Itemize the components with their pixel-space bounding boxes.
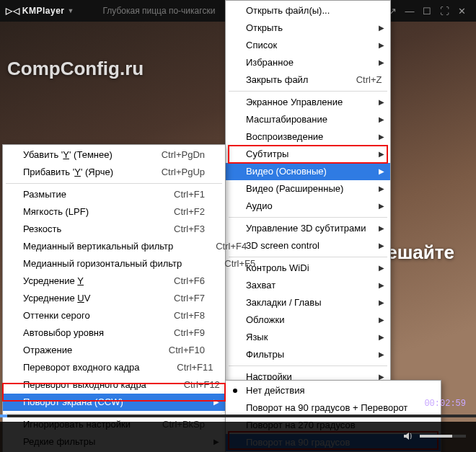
video-basic-item-1[interactable]: Прибавить 'Y' (Ярче)Ctrl+PgUp [3, 164, 225, 181]
main-menu-item-19[interactable]: Закладки / Главы▶ [226, 294, 390, 311]
menu-item-shortcut: Ctrl+F1 [149, 186, 205, 203]
brand-dropdown-icon[interactable]: ▼ [68, 7, 74, 14]
main-menu-item-22[interactable]: Фильтры▶ [226, 346, 390, 363]
submenu-video-basic[interactable]: Убавить 'Y' (Темнее)Ctrl+PgDnПрибавить '… [2, 144, 226, 452]
fullscreen-icon[interactable]: ⛶ [436, 6, 453, 17]
submenu-arrow-icon: ▶ [379, 294, 384, 311]
seek-bar[interactable] [0, 415, 476, 417]
menu-item-label: Открыть файл(ы)... [246, 2, 370, 19]
menu-item-shortcut: Ctrl+F11 [157, 359, 213, 376]
submenu-arrow-icon: ▶ [379, 163, 384, 180]
menu-item-label: Аудио [246, 198, 370, 215]
menu-item-label: Управление 3D субтитрами [246, 220, 370, 237]
main-menu-item-21[interactable]: Язык▶ [226, 329, 390, 346]
video-basic-item-12[interactable]: ОтражениеCtrl+F10 [3, 342, 225, 359]
menu-item-label: Оттенки серого [23, 307, 131, 324]
main-menu-item-4[interactable]: Закрыть файлCtrl+Z [226, 71, 390, 89]
main-menu-item-8[interactable]: Воспроизведение▶ [226, 128, 390, 146]
video-basic-item-6[interactable]: Медианный вертикальный фильтрCtrl+F4 [3, 238, 225, 255]
submenu-arrow-icon: ▶ [379, 19, 384, 37]
main-menu-item-7[interactable]: Масштабирование▶ [226, 111, 390, 128]
minimize-icon[interactable]: — [401, 6, 418, 17]
menu-item-label: Медианный вертикальный фильтр [23, 238, 173, 255]
context-menu-main[interactable]: Открыть файл(ы)...Открыть▶Список▶Избранн… [225, 0, 391, 405]
video-basic-item-8[interactable]: Усреднение YCtrl+F6 [3, 272, 225, 290]
menu-item-label: Мягкость (LPF) [23, 203, 131, 221]
menu-item-shortcut: Ctrl+Z [325, 71, 382, 89]
submenu-arrow-icon: ▶ [379, 94, 384, 111]
main-menu-item-1[interactable]: Открыть▶ [226, 19, 390, 37]
main-menu-item-18[interactable]: Захват▶ [226, 277, 390, 294]
submenu-arrow-icon: ▶ [379, 198, 384, 215]
promo-text: ешайте [387, 241, 454, 264]
restore-icon[interactable]: ☐ [418, 6, 436, 17]
video-basic-item-0[interactable]: Убавить 'Y' (Темнее)Ctrl+PgDn [3, 146, 225, 164]
submenu-arrow-icon: ▶ [379, 180, 384, 198]
menu-item-label: Масштабирование [246, 111, 370, 128]
menu-item-label: Поворот экрана (CCW) [23, 394, 205, 411]
watermark-text: CompConfig.ru [7, 58, 144, 80]
volume-slider[interactable] [420, 435, 466, 438]
menu-item-label: 3D screen control [246, 237, 370, 254]
main-menu-item-14[interactable]: Управление 3D субтитрами▶ [226, 220, 390, 237]
time-elapsed: 00:02:59 [424, 399, 466, 409]
rotate-item-0[interactable]: Нет действия [226, 382, 441, 399]
menu-item-shortcut: Ctrl+F7 [149, 290, 205, 307]
video-basic-separator [6, 183, 222, 184]
now-playing-title: Глубокая пицца по-чикагски [102, 6, 215, 16]
main-menu-item-10[interactable]: Видео (Основные)▶ [226, 163, 390, 180]
video-basic-item-9[interactable]: Усреднение UVCtrl+F7 [3, 290, 225, 307]
main-menu-separator [229, 217, 387, 218]
video-basic-item-7[interactable]: Медианный горизонтальный фильтрCtrl+F5 [3, 255, 225, 272]
main-menu-item-0[interactable]: Открыть файл(ы)... [226, 2, 390, 19]
menu-item-label: Переворот выходного кадра [23, 376, 146, 394]
main-menu-item-11[interactable]: Видео (Расширенные)▶ [226, 180, 390, 198]
menu-item-label: Усреднение Y [23, 272, 131, 290]
main-menu-separator [229, 91, 387, 92]
submenu-arrow-icon: ▶ [379, 260, 384, 277]
close-icon[interactable]: ✕ [453, 6, 470, 17]
menu-item-label: Убавить 'Y' (Темнее) [23, 146, 131, 164]
submenu-arrow-icon: ▶ [379, 237, 384, 254]
video-basic-item-11[interactable]: Автовыбор уровняCtrl+F9 [3, 324, 225, 342]
menu-item-shortcut: Ctrl+F5 [199, 255, 255, 272]
main-menu-item-2[interactable]: Список▶ [226, 37, 390, 54]
submenu-arrow-icon: ▶ [379, 329, 384, 346]
menu-item-shortcut: Ctrl+F4 [190, 238, 247, 255]
video-basic-item-10[interactable]: Оттенки серогоCtrl+F8 [3, 307, 225, 324]
main-menu-item-15[interactable]: 3D screen control▶ [226, 237, 390, 254]
app-brand: ▷◁ KMPlayer [6, 6, 65, 16]
main-menu-item-9[interactable]: Субтитры▶ [226, 146, 390, 163]
video-basic-separator [6, 413, 222, 414]
main-menu-item-12[interactable]: Аудио▶ [226, 198, 390, 215]
main-menu-item-20[interactable]: Обложки▶ [226, 311, 390, 329]
menu-item-shortcut: Ctrl+F12 [164, 376, 220, 394]
main-menu-item-6[interactable]: Экранное Управление▶ [226, 94, 390, 111]
menu-item-label: Открыть [246, 19, 370, 37]
menu-item-label: Закладки / Главы [246, 294, 370, 311]
video-basic-item-5[interactable]: РезкостьCtrl+F3 [3, 221, 225, 238]
submenu-arrow-icon: ▶ [379, 111, 384, 128]
submenu-arrow-icon: ▶ [379, 146, 384, 163]
submenu-arrow-icon: ▶ [379, 311, 384, 329]
video-basic-item-3[interactable]: РазмытиеCtrl+F1 [3, 186, 225, 203]
video-basic-item-15[interactable]: Поворот экрана (CCW)▶ [3, 394, 225, 411]
video-basic-item-14[interactable]: Переворот выходного кадраCtrl+F12 [3, 376, 225, 394]
submenu-arrow-icon: ▶ [379, 128, 384, 146]
menu-item-label: Усреднение UV [23, 290, 131, 307]
video-basic-item-4[interactable]: Мягкость (LPF)Ctrl+F2 [3, 203, 225, 221]
menu-item-label: Язык [246, 329, 370, 346]
submenu-arrow-icon: ▶ [379, 37, 384, 54]
menu-item-label: Резкость [23, 221, 131, 238]
submenu-arrow-icon: ▶ [379, 277, 384, 294]
menu-item-shortcut: Ctrl+F10 [149, 342, 205, 359]
main-menu-item-3[interactable]: Избранное▶ [226, 54, 390, 71]
menu-item-label: Контроль WiDi [246, 260, 370, 277]
menu-item-shortcut: Ctrl+F6 [149, 272, 205, 290]
menu-item-label: Захват [246, 277, 370, 294]
speaker-icon[interactable] [402, 430, 414, 442]
video-basic-item-13[interactable]: Переворот входного кадраCtrl+F11 [3, 359, 225, 376]
player-window: ▷◁ KMPlayer ▼ Глубокая пицца по-чикагски… [0, 0, 476, 452]
menu-item-label: Размытие [23, 186, 131, 203]
menu-item-label: Закрыть файл [246, 71, 308, 89]
